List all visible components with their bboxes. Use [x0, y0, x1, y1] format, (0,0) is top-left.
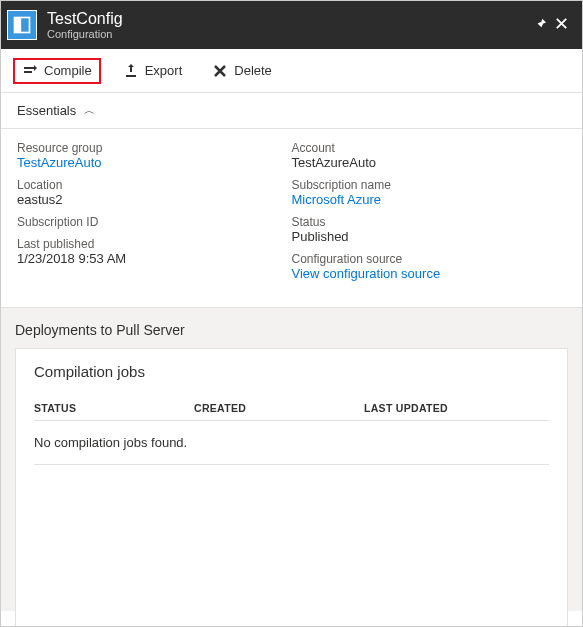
delete-icon [212, 63, 228, 79]
subscription-id-label: Subscription ID [17, 215, 292, 229]
compilation-jobs-title: Compilation jobs [34, 363, 549, 380]
deployments-section: Deployments to Pull Server Compilation j… [1, 308, 582, 611]
jobs-table-header: STATUS CREATED LAST UPDATED [34, 396, 549, 421]
export-label: Export [145, 63, 183, 78]
config-source-label: Configuration source [292, 252, 567, 266]
blade-title: TestConfig [47, 10, 528, 28]
essentials-label: Essentials [17, 103, 76, 118]
export-button[interactable]: Export [115, 59, 191, 83]
last-published-label: Last published [17, 237, 292, 251]
header-titles: TestConfig Configuration [47, 10, 528, 40]
col-status[interactable]: STATUS [34, 402, 194, 414]
pin-icon[interactable] [528, 16, 550, 34]
essentials-right-col: AccountTestAzureAuto Subscription nameMi… [292, 141, 567, 289]
blade-subtitle: Configuration [47, 28, 528, 40]
location-label: Location [17, 178, 292, 192]
deployments-section-title: Deployments to Pull Server [15, 322, 568, 338]
configuration-blade-icon [7, 10, 37, 40]
essentials-left-col: Resource groupTestAzureAuto Locationeast… [17, 141, 292, 289]
blade-header: TestConfig Configuration [1, 1, 582, 49]
close-icon[interactable] [550, 16, 572, 34]
account-value: TestAzureAuto [292, 155, 567, 170]
resource-group-label: Resource group [17, 141, 292, 155]
compile-button[interactable]: Compile [13, 58, 101, 84]
subscription-name-value[interactable]: Microsoft Azure [292, 192, 567, 207]
essentials-panel: Resource groupTestAzureAuto Locationeast… [1, 129, 582, 308]
subscription-name-label: Subscription name [292, 178, 567, 192]
compilation-jobs-card: Compilation jobs STATUS CREATED LAST UPD… [15, 348, 568, 627]
resource-group-value[interactable]: TestAzureAuto [17, 155, 292, 170]
compile-label: Compile [44, 63, 92, 78]
account-label: Account [292, 141, 567, 155]
svg-rect-1 [15, 18, 22, 33]
essentials-toggle[interactable]: Essentials ︿ [1, 93, 582, 129]
location-value: eastus2 [17, 192, 292, 207]
config-source-value[interactable]: View configuration source [292, 266, 567, 281]
command-bar: Compile Export Delete [1, 49, 582, 93]
col-updated[interactable]: LAST UPDATED [364, 402, 549, 414]
status-label: Status [292, 215, 567, 229]
delete-label: Delete [234, 63, 272, 78]
export-icon [123, 63, 139, 79]
compile-icon [22, 63, 38, 79]
col-created[interactable]: CREATED [194, 402, 364, 414]
chevron-up-icon: ︿ [84, 103, 95, 118]
jobs-empty-message: No compilation jobs found. [34, 421, 549, 465]
delete-button[interactable]: Delete [204, 59, 280, 83]
status-value: Published [292, 229, 567, 244]
last-published-value: 1/23/2018 9:53 AM [17, 251, 292, 266]
